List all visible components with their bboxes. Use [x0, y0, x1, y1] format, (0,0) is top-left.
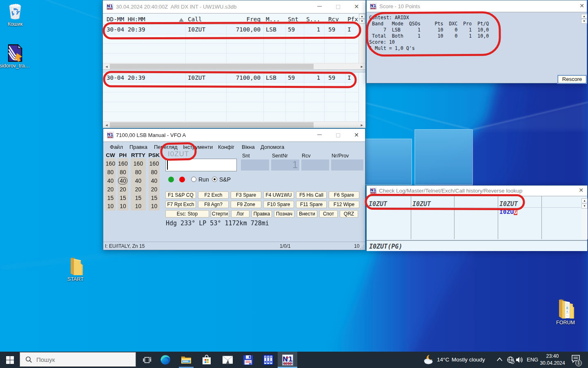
menu-windows[interactable]: Вікна: [242, 144, 255, 150]
search-input[interactable]: [36, 356, 118, 363]
band-button[interactable]: 10: [131, 203, 146, 209]
run-radio[interactable]: [191, 177, 196, 182]
fkey-edit[interactable]: Правка: [252, 210, 272, 218]
scroll-up-button[interactable]: ▲: [581, 14, 587, 19]
log-hscrollbar-1[interactable]: ◂ ▸: [103, 63, 365, 70]
menu-file[interactable]: Файл: [110, 144, 123, 150]
taskbar-floppy-app[interactable]: [238, 352, 258, 368]
check-partial-match[interactable]: I0ZUG: [499, 209, 517, 215]
log-col-datetime[interactable]: DD-MM HH:MM: [107, 16, 145, 22]
fkey-store[interactable]: Внести: [297, 210, 317, 218]
desktop-icon-forum-folder[interactable]: FORUM: [550, 298, 581, 326]
band-button[interactable]: 15: [149, 195, 160, 201]
volume-icon[interactable]: [516, 356, 524, 364]
fkey-f6[interactable]: F6 Spare: [329, 191, 359, 199]
band-button[interactable]: 160: [131, 160, 146, 167]
log-window-titlebar[interactable]: 30.04.2024 20:40:00Z ARI DX INT - UW1WU.…: [103, 0, 365, 13]
band-button[interactable]: 160: [118, 160, 128, 167]
tray-language[interactable]: ENG: [527, 357, 538, 363]
band-button[interactable]: 80: [149, 169, 160, 175]
tray-clock[interactable]: 23:40 30.04.2024: [537, 353, 568, 367]
fkey-qrz[interactable]: QRZ: [340, 210, 358, 218]
fkey-f11[interactable]: F11 Spare: [296, 201, 327, 208]
band-button[interactable]: 10: [105, 203, 116, 209]
band-button[interactable]: 160: [149, 160, 160, 167]
desktop-icon-start-folder[interactable]: START: [60, 257, 91, 283]
scroll-up-button[interactable]: ▲: [359, 14, 365, 19]
tray-temperature[interactable]: 14°C: [437, 357, 449, 363]
minimize-button[interactable]: [313, 131, 325, 137]
band-button[interactable]: 40: [149, 177, 160, 184]
log-col-freq[interactable]: Freq: [225, 16, 261, 22]
tray-weather[interactable]: Mostly cloudy: [452, 357, 485, 363]
log-col-mode[interactable]: M...: [266, 16, 280, 22]
check-col-log[interactable]: I0ZUT: [369, 200, 387, 208]
menu-view[interactable]: Перегляд: [154, 144, 178, 150]
log-col-call[interactable]: Call: [188, 16, 202, 22]
check-col-master[interactable]: I0ZUT: [412, 200, 431, 208]
fkey-f4[interactable]: F4 UW1WU: [263, 191, 294, 199]
menu-edit[interactable]: Правка: [129, 144, 147, 150]
scroll-up-button[interactable]: ▲: [581, 198, 588, 203]
maximize-button[interactable]: [332, 4, 344, 10]
taskbar-search[interactable]: [20, 352, 136, 367]
task-view-button[interactable]: [137, 352, 157, 368]
band-button[interactable]: 10: [118, 203, 128, 209]
entry-window-titlebar[interactable]: 7100,00 LSB Manual - VFO A ✕: [103, 129, 365, 141]
fkey-f12[interactable]: F12 Wipe: [329, 201, 359, 208]
log-col-sn[interactable]: S...: [306, 16, 320, 22]
band-button[interactable]: 15: [118, 195, 128, 201]
log-col-pfx[interactable]: Pfx: [347, 16, 358, 22]
log-col-snt[interactable]: Snt: [288, 16, 298, 22]
fkey-log[interactable]: Лог: [231, 210, 249, 218]
log-col-rcv[interactable]: Rcv: [328, 16, 339, 22]
network-globe-icon[interactable]: [507, 356, 514, 364]
menu-help[interactable]: Допомога: [261, 144, 284, 150]
sp-radio-label[interactable]: S&P: [219, 176, 231, 183]
menu-tools[interactable]: Інструменти: [183, 144, 213, 150]
scroll-down-button[interactable]: ▼: [581, 19, 587, 24]
close-button[interactable]: ✕: [575, 187, 587, 193]
band-button[interactable]: 15: [105, 195, 116, 201]
taskbar-file-explorer[interactable]: [176, 352, 196, 368]
menu-config[interactable]: Конфіг: [218, 144, 234, 150]
rescore-button[interactable]: Rescore: [558, 75, 586, 83]
fkey-wipe[interactable]: Стерти: [211, 210, 229, 218]
band-button[interactable]: 15: [131, 195, 146, 201]
taskbar-edge[interactable]: [156, 352, 175, 368]
band-button[interactable]: 160: [105, 160, 116, 167]
fkey-f1[interactable]: F1 S&P CQ: [165, 191, 196, 199]
band-button[interactable]: 80: [131, 169, 146, 175]
band-button[interactable]: 20: [105, 186, 116, 193]
fkey-f10[interactable]: F10 Spare: [263, 201, 294, 208]
band-button[interactable]: 20: [149, 186, 160, 193]
band-button[interactable]: 40: [131, 177, 146, 184]
band-button[interactable]: 20: [118, 186, 128, 193]
taskbar-store[interactable]: [197, 352, 216, 368]
sentnr-input[interactable]: 1: [271, 159, 299, 171]
desktop-icon-sidorov-file[interactable]: sidorov_tra…: [0, 44, 30, 69]
fkey-f7[interactable]: F7 Rpt Exch: [165, 201, 196, 208]
check-window-titlebar[interactable]: Check Log/Master/Telnet/Exch/Call histor…: [367, 186, 587, 196]
scroll-down-button[interactable]: ▼: [581, 204, 588, 209]
band-button[interactable]: 40: [105, 177, 116, 184]
start-button[interactable]: [0, 352, 20, 368]
run-radio-label[interactable]: Run: [198, 176, 209, 183]
fkey-f8[interactable]: F8 Agn?: [198, 201, 229, 208]
snt-input[interactable]: [241, 159, 269, 171]
minimize-button[interactable]: [313, 3, 325, 9]
rcv-input[interactable]: [301, 159, 329, 171]
band-button[interactable]: 10: [149, 203, 160, 209]
check-col-callhistory[interactable]: I0ZUT: [499, 200, 518, 208]
fkey-f9[interactable]: F9 Zone: [231, 201, 261, 208]
desktop-icon-recycle-bin[interactable]: Кошик: [0, 3, 31, 27]
fkey-f3[interactable]: F3 Spare: [231, 191, 261, 199]
log-hscrollbar-2[interactable]: ◂ ▸: [103, 121, 365, 128]
taskbar-archive-app[interactable]: [258, 352, 278, 368]
tray-chevron-icon[interactable]: [497, 357, 503, 361]
resize-grip[interactable]: [360, 245, 365, 249]
nrprov-input[interactable]: [331, 159, 363, 171]
score-window-titlebar[interactable]: Score - 10 Points ✕: [367, 0, 587, 12]
fkey-mark[interactable]: Познач: [274, 210, 294, 218]
close-button[interactable]: ✕: [350, 3, 363, 10]
